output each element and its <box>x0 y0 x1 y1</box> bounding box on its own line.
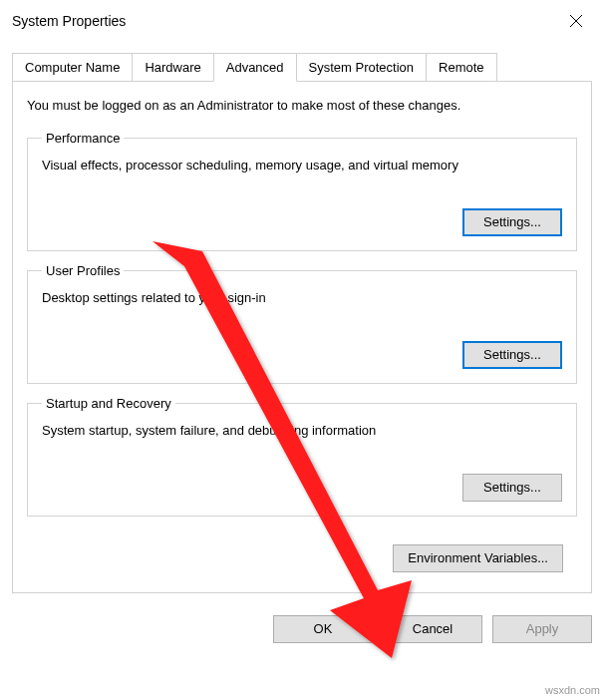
tab-system-protection[interactable]: System Protection <box>296 53 428 82</box>
admin-notice: You must be logged on as an Administrato… <box>27 98 577 113</box>
tab-content-advanced: You must be logged on as an Administrato… <box>12 81 592 593</box>
titlebar: System Properties <box>0 0 604 38</box>
dialog-button-row: OK Cancel Apply <box>0 605 604 655</box>
tab-remote[interactable]: Remote <box>426 53 497 82</box>
startup-recovery-legend: Startup and Recovery <box>42 396 175 411</box>
apply-button[interactable]: Apply <box>492 615 592 643</box>
startup-recovery-settings-button[interactable]: Settings... <box>462 474 562 502</box>
user-profiles-group: User Profiles Desktop settings related t… <box>27 263 577 384</box>
environment-variables-button[interactable]: Environment Variables... <box>393 544 563 572</box>
performance-desc: Visual effects, processor scheduling, me… <box>42 158 562 175</box>
tab-advanced[interactable]: Advanced <box>213 53 297 82</box>
user-profiles-settings-button[interactable]: Settings... <box>462 341 562 369</box>
tab-strip: Computer Name Hardware Advanced System P… <box>0 38 604 81</box>
startup-recovery-desc: System startup, system failure, and debu… <box>42 423 562 440</box>
close-icon <box>569 14 583 28</box>
tab-hardware[interactable]: Hardware <box>132 53 213 82</box>
cancel-button[interactable]: Cancel <box>383 615 482 643</box>
performance-legend: Performance <box>42 131 124 146</box>
watermark: wsxdn.com <box>545 684 600 696</box>
window-title: System Properties <box>12 13 126 29</box>
close-button[interactable] <box>560 7 592 35</box>
user-profiles-legend: User Profiles <box>42 263 124 278</box>
performance-settings-button[interactable]: Settings... <box>462 208 562 236</box>
user-profiles-desc: Desktop settings related to your sign-in <box>42 290 562 307</box>
performance-group: Performance Visual effects, processor sc… <box>27 131 577 251</box>
startup-recovery-group: Startup and Recovery System startup, sys… <box>27 396 577 517</box>
tab-computer-name[interactable]: Computer Name <box>12 53 133 82</box>
ok-button[interactable]: OK <box>273 615 373 643</box>
